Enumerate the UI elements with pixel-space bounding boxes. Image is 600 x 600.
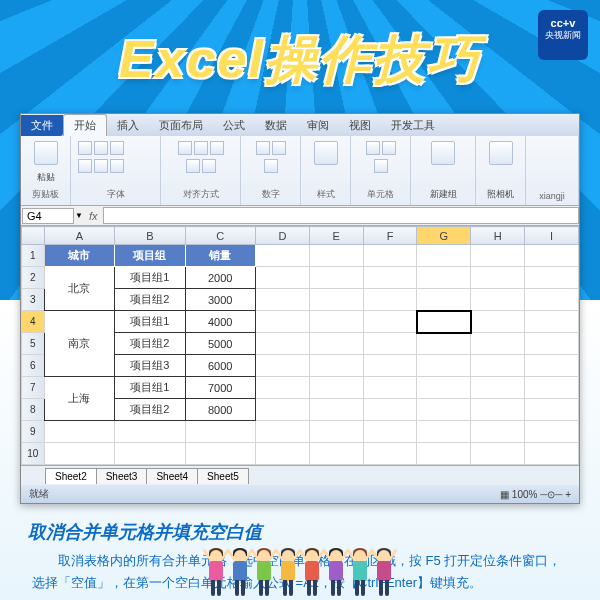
insert-cell-icon[interactable] [366,141,380,155]
camera-icon[interactable] [489,141,513,165]
page-title: Excel操作技巧 [0,0,600,95]
tab-home[interactable]: 开始 [63,114,107,136]
formula-bar: G4 ▼ fx [21,206,579,226]
percent-icon[interactable] [272,141,286,155]
tab-insert[interactable]: 插入 [107,115,149,136]
newgroup-icon[interactable] [431,141,455,165]
cctv-logo: cc+v央视新闻 [538,10,588,60]
fill-icon[interactable] [94,159,108,173]
tab-view[interactable]: 视图 [339,115,381,136]
people-illustration [204,546,396,598]
name-box[interactable]: G4 [22,208,74,224]
underline-icon[interactable] [110,141,124,155]
format-cell-icon[interactable] [374,159,388,173]
tab-formula[interactable]: 公式 [213,115,255,136]
sheet-tab[interactable]: Sheet4 [146,468,198,484]
font-color-icon[interactable] [110,159,124,173]
fx-icon[interactable]: fx [83,210,104,222]
status-bar: 就绪 ▦ 100% ─⊙─ + [21,485,579,503]
align-left-icon[interactable] [178,141,192,155]
styles-icon[interactable] [314,141,338,165]
tip-subtitle: 取消合并单元格并填充空白值 [28,520,572,544]
currency-icon[interactable] [256,141,270,155]
italic-icon[interactable] [94,141,108,155]
bold-icon[interactable] [78,141,92,155]
border-icon[interactable] [78,159,92,173]
ribbon: 粘贴剪贴板 字体 对齐方式 数字 样式 单元格 新建组 照相机 xiangji [21,136,579,206]
excel-window: 文件 开始 插入 页面布局 公式 数据 审阅 视图 开发工具 粘贴剪贴板 字体 … [20,113,580,504]
formula-input[interactable] [103,207,579,224]
paste-icon[interactable] [34,141,58,165]
tab-layout[interactable]: 页面布局 [149,115,213,136]
spreadsheet-grid[interactable]: ABCDEFGHI1城市项目组销量2北京项目组120003项目组230004南京… [21,226,579,465]
dropdown-icon[interactable]: ▼ [75,211,83,220]
sheet-tab[interactable]: Sheet5 [197,468,249,484]
tab-dev[interactable]: 开发工具 [381,115,445,136]
ribbon-tabs: 文件 开始 插入 页面布局 公式 数据 审阅 视图 开发工具 [21,114,579,136]
decimal-icon[interactable] [264,159,278,173]
indent-icon[interactable] [186,159,200,173]
sheet-tab[interactable]: Sheet2 [45,468,97,484]
delete-cell-icon[interactable] [382,141,396,155]
merge-icon[interactable] [202,159,216,173]
align-right-icon[interactable] [210,141,224,155]
tab-review[interactable]: 审阅 [297,115,339,136]
sheet-tabs: Sheet2 Sheet3 Sheet4 Sheet5 [21,465,579,485]
view-normal-icon[interactable]: ▦ [500,489,509,500]
tab-file[interactable]: 文件 [21,115,63,136]
tab-data[interactable]: 数据 [255,115,297,136]
align-center-icon[interactable] [194,141,208,155]
sheet-tab[interactable]: Sheet3 [96,468,148,484]
